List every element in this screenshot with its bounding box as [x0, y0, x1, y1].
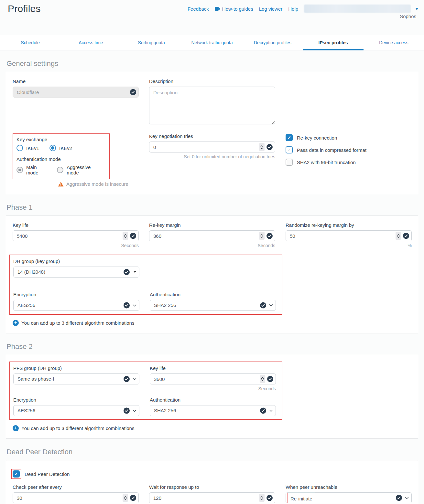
valid-check-icon [130, 233, 136, 239]
chevron-down-icon[interactable] [405, 497, 409, 499]
p1-rekey-margin-label: Re-key margin [149, 222, 275, 228]
p1-dh-group-select[interactable]: 14 (DH2048) [13, 267, 139, 278]
dpd-unreachable-select[interactable]: Re-initiate [286, 492, 412, 503]
name-input[interactable] [13, 87, 139, 98]
tab-access-time[interactable]: Access time [60, 35, 121, 50]
sha2-truncation-label[interactable]: SHA2 with 96-bit truncation [297, 160, 356, 165]
dpd-checkbox-annotation-box: ✓ [11, 469, 21, 479]
radio-main-mode-label[interactable]: Main mode [26, 164, 47, 175]
tab-decryption-profiles[interactable]: Decryption profiles [242, 35, 303, 50]
p1-encryption-select[interactable]: AES256 [13, 300, 139, 311]
brand-label: Sophos [400, 14, 416, 19]
radio-ikev2-label[interactable]: IKEv2 [59, 145, 72, 151]
account-selector-blurred[interactable] [304, 5, 411, 13]
stepper-icon[interactable] [260, 375, 265, 383]
p1-authentication-select[interactable]: SHA2 256 [150, 300, 276, 311]
stepper-icon[interactable] [123, 494, 128, 502]
howto-guides-link[interactable]: How-to guides [222, 6, 253, 12]
valid-check-icon [124, 302, 130, 309]
chevron-down-icon[interactable] [133, 304, 136, 307]
add-combination-icon[interactable]: + [13, 320, 19, 326]
tab-device-access[interactable]: Device access [364, 35, 424, 50]
p2-authentication-select[interactable]: SHA2 256 [150, 405, 276, 416]
valid-check-icon [403, 233, 409, 239]
tab-surfing-quota[interactable]: Surfing quota [121, 35, 182, 50]
valid-check-icon [266, 144, 273, 150]
dpd-check-peer-input[interactable] [13, 492, 139, 503]
page-header: Profiles Feedback How-to guides Log view… [0, 0, 424, 35]
p2-pfs-group-select[interactable]: Same as phase-I [13, 373, 139, 384]
aggressive-mode-warning: Aggressive mode is insecure [66, 181, 128, 187]
p2-add-note: You can add up to 3 different algorithm … [21, 425, 134, 431]
p2-keylife-input[interactable] [150, 373, 276, 384]
stepper-icon[interactable] [396, 232, 401, 240]
add-combination-icon[interactable]: + [13, 425, 19, 431]
valid-check-icon [260, 408, 266, 414]
chevron-down-icon[interactable] [133, 409, 136, 412]
p2-authentication-label: Authentication [150, 397, 276, 403]
rekey-connection-checkbox[interactable]: ✓ [286, 134, 293, 141]
dpd-card: ✓ Dead Peer Detection Check peer after e… [6, 460, 418, 504]
radio-ikev2[interactable] [49, 145, 56, 151]
radio-ikev1-label[interactable]: IKEv1 [26, 145, 39, 151]
tab-bar: Schedule Access time Surfing quota Netwo… [0, 35, 424, 50]
key-exchange-annotation-box: Key exchange IKEv1 IKEv2 Authentication … [13, 133, 110, 179]
chevron-down-icon[interactable]: ▼ [415, 6, 419, 11]
compressed-format-label[interactable]: Pass data in compressed format [297, 147, 366, 153]
p1-randomize-input[interactable] [286, 230, 412, 241]
p1-randomize-label: Randomize re-keying margin by [286, 222, 412, 228]
dpd-toggle-label[interactable]: Dead Peer Detection [25, 471, 70, 477]
dpd-checkbox[interactable]: ✓ [13, 470, 20, 478]
p1-add-note: You can add up to 3 different algorithm … [21, 320, 134, 326]
phase2-heading: Phase 2 [6, 342, 424, 351]
radio-aggressive-mode-label[interactable]: Aggressive mode [67, 164, 99, 175]
dpd-wait-input[interactable] [149, 492, 275, 503]
p1-randomize-unit: % [286, 243, 412, 248]
p1-keylife-input[interactable] [13, 230, 139, 241]
dropdown-caret-icon[interactable] [134, 271, 136, 273]
description-textarea[interactable] [149, 87, 275, 124]
radio-aggressive-mode[interactable] [57, 167, 63, 173]
help-link[interactable]: Help [288, 6, 298, 12]
video-camera-icon [215, 7, 220, 11]
phase1-algorithms-annotation-box: DH group (key group) 14 (DH2048) Encrypt… [9, 255, 282, 315]
tab-network-traffic-quota[interactable]: Network traffic quota [182, 35, 242, 50]
description-label: Description [149, 79, 275, 84]
tab-ipsec-profiles[interactable]: IPsec profiles [303, 35, 363, 50]
radio-main-mode[interactable] [16, 167, 23, 173]
phase1-heading: Phase 1 [6, 203, 424, 212]
p2-encryption-select[interactable]: AES256 [13, 405, 139, 416]
phase2-algorithms-annotation-box: PFS group (DH group) Same as phase-I Key… [9, 362, 282, 420]
valid-check-icon [266, 495, 273, 501]
valid-check-icon [130, 89, 136, 95]
feedback-link[interactable]: Feedback [188, 6, 209, 12]
tab-schedule[interactable]: Schedule [0, 35, 60, 50]
log-viewer-link[interactable]: Log viewer [259, 6, 283, 12]
stepper-icon[interactable] [259, 494, 265, 502]
p2-keylife-unit: Seconds [150, 386, 276, 391]
stepper-icon[interactable] [123, 232, 128, 240]
valid-check-icon [396, 495, 402, 501]
p1-authentication-label: Authentication [150, 292, 276, 297]
chevron-down-icon[interactable] [269, 409, 273, 412]
stepper-icon[interactable] [259, 232, 265, 240]
stepper-icon[interactable] [259, 143, 265, 151]
key-negotiation-label: Key negotiation tries [149, 133, 275, 139]
p1-encryption-label: Encryption [13, 292, 139, 297]
radio-ikev1[interactable] [16, 145, 23, 151]
warning-icon [58, 182, 64, 187]
valid-check-icon [124, 376, 130, 382]
sha2-truncation-checkbox[interactable] [286, 159, 293, 166]
chevron-down-icon[interactable] [269, 304, 273, 307]
rekey-connection-label[interactable]: Re-key connection [297, 135, 337, 141]
p1-rekey-margin-input[interactable] [149, 230, 275, 241]
key-exchange-label: Key exchange [16, 137, 106, 142]
compressed-format-checkbox[interactable]: ✓ [286, 146, 293, 153]
p2-keylife-label: Key life [150, 365, 276, 371]
phase1-card: Key life Seconds Re-key margin [6, 215, 418, 333]
chevron-down-icon[interactable] [133, 378, 136, 380]
reinitiate-annotation-box: Re-initiate [288, 493, 315, 503]
p1-keylife-label: Key life [13, 222, 139, 228]
valid-check-icon [124, 408, 130, 414]
key-negotiation-input[interactable] [149, 142, 275, 152]
